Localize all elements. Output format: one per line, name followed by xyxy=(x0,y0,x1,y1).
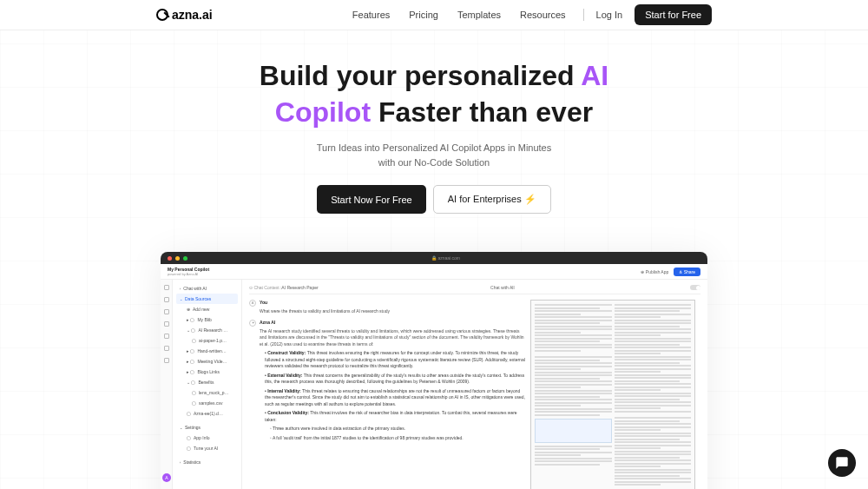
nav-resources[interactable]: Resources xyxy=(520,10,566,20)
fab-icon[interactable]: A xyxy=(162,473,171,482)
app-screenshot: 🔒 aznaai.com My Personal Copilot powered… xyxy=(161,252,707,489)
browser-chrome: 🔒 aznaai.com xyxy=(161,252,707,264)
hero-cta: Start Now For Free AI for Enterprises ⚡ xyxy=(0,185,868,214)
chat-icon xyxy=(835,456,849,470)
document-preview xyxy=(530,300,695,489)
start-now-button[interactable]: Start Now For Free xyxy=(317,185,426,214)
sidebar-item[interactable]: ▢ ai-paper-1.p… xyxy=(188,335,238,346)
chat-thread: A You What were the threats to validity … xyxy=(249,294,525,489)
sidebar-item[interactable]: ▸ ▢ Hand-written… xyxy=(183,346,238,356)
main-nav: Features Pricing Templates Resources xyxy=(352,10,566,20)
sidebar-data-sources[interactable]: ⌄Data Sources xyxy=(176,294,238,304)
sidebar-item[interactable]: ▸ ▢ Meeting Vide… xyxy=(183,356,238,367)
hero-title: Build your personalized AI Copilot Faste… xyxy=(0,58,868,130)
sidebar-item[interactable]: ⌄ ▢ Benefits xyxy=(183,377,238,387)
nav-right: Log In Start for Free xyxy=(583,4,712,25)
rail-icon-3[interactable] xyxy=(164,309,169,314)
rail-icon-2[interactable] xyxy=(164,297,169,302)
sidebar-item[interactable]: ▸ ▢ My Blib xyxy=(183,314,238,325)
start-free-button[interactable]: Start for Free xyxy=(635,4,712,25)
context-bar: ⊙ Chat Context : AI Research Paper Chat … xyxy=(249,285,700,294)
logo-text: azna.ai xyxy=(172,8,213,22)
hero: Build your personalized AI Copilot Faste… xyxy=(0,30,868,229)
main-panel: ⊙ Chat Context : AI Research Paper Chat … xyxy=(242,280,707,489)
nav-divider xyxy=(583,9,584,21)
share-button[interactable]: ⋔ Share xyxy=(674,268,700,276)
sidebar-tune[interactable]: ▢ Tune your AI xyxy=(183,443,238,453)
sidebar-add-new[interactable]: ⊕ Add new xyxy=(183,304,238,314)
rail-icon-1[interactable] xyxy=(164,285,169,290)
user-avatar: A xyxy=(249,300,256,307)
logo[interactable]: azna.ai xyxy=(156,8,213,22)
app-subtitle: powered by Azna AI xyxy=(168,272,641,276)
login-link[interactable]: Log In xyxy=(596,10,623,20)
rail-icon-4[interactable] xyxy=(164,321,169,327)
logo-icon xyxy=(156,9,168,21)
sidebar-item[interactable]: ▢ lens_mock_p… xyxy=(188,387,238,398)
url: 🔒 aznaai.com xyxy=(431,255,460,261)
publish-button[interactable]: ⊕ Publish App xyxy=(641,269,668,274)
site-header: azna.ai Features Pricing Templates Resou… xyxy=(0,0,868,30)
sidebar-item[interactable]: ▢ Azna-ee(1).d… xyxy=(183,408,238,419)
doc-diagram xyxy=(535,419,612,443)
sidebar-item[interactable]: ⌄ ▢ AI Research … xyxy=(183,325,238,335)
nav-templates[interactable]: Templates xyxy=(457,10,501,20)
nav-features[interactable]: Features xyxy=(352,10,390,20)
sidebar-app-info[interactable]: ▢ App Info xyxy=(183,433,238,443)
hero-subtitle: Turn Ideas into Personalized AI Copilot … xyxy=(0,141,868,169)
rail-icon-5[interactable] xyxy=(164,334,169,339)
chat-widget[interactable] xyxy=(828,449,856,477)
sidebar-chat[interactable]: ›Chat with AI xyxy=(176,283,238,294)
rail-icon-6[interactable] xyxy=(164,346,169,351)
sidebar-statistics[interactable]: ›Statistics xyxy=(176,457,238,467)
rail-icon-7[interactable] xyxy=(164,358,169,363)
nav-pricing[interactable]: Pricing xyxy=(409,10,438,20)
sidebar: ›Chat with AI ⌄Data Sources ⊕ Add new ▸ … xyxy=(173,280,242,489)
ai-avatar: ✦ xyxy=(249,320,256,327)
close-icon xyxy=(168,256,172,261)
icon-rail xyxy=(161,280,173,489)
sidebar-item[interactable]: ▸ ▢ Blogs Links xyxy=(183,367,238,377)
app-header: My Personal Copilot powered by Azna AI ⊕… xyxy=(161,264,707,280)
maximize-icon xyxy=(183,256,187,261)
enterprise-button[interactable]: AI for Enterprises ⚡ xyxy=(433,185,551,214)
chat-all-toggle[interactable] xyxy=(690,285,700,290)
sidebar-item[interactable]: ▢ samples.csv xyxy=(188,398,238,408)
minimize-icon xyxy=(175,256,180,261)
sidebar-settings[interactable]: ⌄Settings xyxy=(176,422,238,433)
